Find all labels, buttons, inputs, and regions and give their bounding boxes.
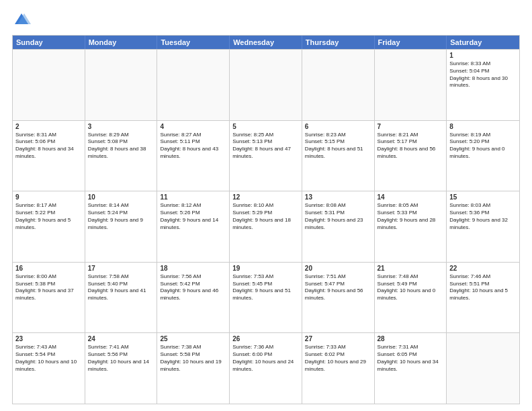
day-number: 4 — [160, 123, 226, 130]
calendar-cell-r3-c5: 21Sunrise: 7:48 AM Sunset: 5:49 PM Dayli… — [375, 263, 447, 333]
day-info: Sunrise: 7:38 AM Sunset: 5:58 PM Dayligh… — [160, 344, 226, 373]
page: SundayMondayTuesdayWednesdayThursdayFrid… — [0, 0, 532, 411]
header-day-wednesday: Wednesday — [230, 36, 302, 49]
day-number: 21 — [378, 265, 444, 272]
day-info: Sunrise: 7:31 AM Sunset: 6:05 PM Dayligh… — [378, 344, 444, 373]
calendar-row-1: 2Sunrise: 8:31 AM Sunset: 5:06 PM Daylig… — [13, 120, 519, 191]
calendar-row-3: 16Sunrise: 8:00 AM Sunset: 5:38 PM Dayli… — [13, 262, 519, 333]
logo-icon — [12, 11, 31, 30]
day-number: 11 — [160, 193, 226, 201]
calendar-cell-r1-c4: 6Sunrise: 8:23 AM Sunset: 5:15 PM Daylig… — [302, 121, 375, 191]
day-number: 18 — [160, 265, 226, 272]
day-info: Sunrise: 8:33 AM Sunset: 5:04 PM Dayligh… — [449, 60, 517, 89]
day-info: Sunrise: 8:10 AM Sunset: 5:29 PM Dayligh… — [232, 202, 299, 231]
calendar-header: SundayMondayTuesdayWednesdayThursdayFrid… — [13, 36, 519, 49]
header-day-monday: Monday — [85, 36, 158, 49]
calendar-cell-r3-c6: 22Sunrise: 7:46 AM Sunset: 5:51 PM Dayli… — [447, 263, 519, 333]
header — [12, 11, 520, 30]
day-info: Sunrise: 8:23 AM Sunset: 5:15 PM Dayligh… — [305, 132, 371, 161]
calendar-cell-r3-c2: 18Sunrise: 7:56 AM Sunset: 5:42 PM Dayli… — [157, 263, 230, 333]
day-info: Sunrise: 7:33 AM Sunset: 6:02 PM Dayligh… — [305, 344, 371, 373]
day-info: Sunrise: 8:00 AM Sunset: 5:38 PM Dayligh… — [15, 273, 82, 302]
calendar-cell-r4-c1: 24Sunrise: 7:41 AM Sunset: 5:56 PM Dayli… — [85, 333, 158, 404]
header-day-tuesday: Tuesday — [157, 36, 230, 49]
day-info: Sunrise: 7:36 AM Sunset: 6:00 PM Dayligh… — [232, 344, 299, 373]
day-number: 22 — [449, 265, 517, 272]
header-day-friday: Friday — [375, 36, 447, 49]
calendar-cell-r3-c1: 17Sunrise: 7:58 AM Sunset: 5:40 PM Dayli… — [85, 263, 158, 333]
calendar-cell-r0-c3 — [230, 50, 302, 120]
calendar-cell-r1-c6: 8Sunrise: 8:19 AM Sunset: 5:20 PM Daylig… — [447, 121, 519, 191]
day-info: Sunrise: 7:56 AM Sunset: 5:42 PM Dayligh… — [160, 273, 226, 302]
calendar-cell-r0-c1 — [85, 50, 158, 120]
day-number: 13 — [305, 193, 371, 201]
day-number: 3 — [88, 123, 154, 130]
day-info: Sunrise: 8:17 AM Sunset: 5:22 PM Dayligh… — [15, 202, 82, 231]
calendar-cell-r4-c6 — [447, 333, 519, 404]
calendar-cell-r4-c4: 27Sunrise: 7:33 AM Sunset: 6:02 PM Dayli… — [302, 333, 375, 404]
day-number: 9 — [15, 193, 82, 201]
calendar-cell-r2-c2: 11Sunrise: 8:12 AM Sunset: 5:26 PM Dayli… — [157, 191, 230, 262]
day-number: 23 — [15, 335, 82, 342]
calendar-cell-r1-c0: 2Sunrise: 8:31 AM Sunset: 5:06 PM Daylig… — [13, 121, 85, 191]
day-number: 8 — [449, 123, 517, 130]
day-number: 16 — [15, 265, 82, 272]
day-number: 1 — [449, 52, 517, 59]
day-number: 17 — [88, 265, 154, 272]
day-number: 10 — [88, 193, 154, 201]
day-number: 14 — [378, 193, 444, 201]
calendar-cell-r0-c2 — [157, 50, 230, 120]
day-info: Sunrise: 7:58 AM Sunset: 5:40 PM Dayligh… — [88, 273, 154, 302]
day-info: Sunrise: 8:05 AM Sunset: 5:33 PM Dayligh… — [378, 202, 444, 231]
day-number: 7 — [378, 123, 444, 130]
header-day-thursday: Thursday — [302, 36, 375, 49]
calendar-cell-r3-c4: 20Sunrise: 7:51 AM Sunset: 5:47 PM Dayli… — [302, 263, 375, 333]
day-info: Sunrise: 8:19 AM Sunset: 5:20 PM Dayligh… — [449, 132, 517, 161]
day-info: Sunrise: 8:03 AM Sunset: 5:36 PM Dayligh… — [449, 202, 517, 231]
calendar-row-2: 9Sunrise: 8:17 AM Sunset: 5:22 PM Daylig… — [13, 191, 519, 262]
calendar: SundayMondayTuesdayWednesdayThursdayFrid… — [12, 35, 520, 404]
day-number: 2 — [15, 123, 82, 130]
calendar-cell-r0-c0 — [13, 50, 85, 120]
calendar-cell-r2-c1: 10Sunrise: 8:14 AM Sunset: 5:24 PM Dayli… — [85, 191, 158, 262]
calendar-cell-r3-c3: 19Sunrise: 7:53 AM Sunset: 5:45 PM Dayli… — [230, 263, 302, 333]
calendar-cell-r0-c5 — [375, 50, 447, 120]
day-info: Sunrise: 7:51 AM Sunset: 5:47 PM Dayligh… — [305, 273, 371, 302]
calendar-row-0: 1Sunrise: 8:33 AM Sunset: 5:04 PM Daylig… — [13, 49, 519, 120]
day-number: 26 — [232, 335, 299, 342]
day-number: 25 — [160, 335, 226, 342]
day-info: Sunrise: 8:12 AM Sunset: 5:26 PM Dayligh… — [160, 202, 226, 231]
calendar-cell-r0-c6: 1Sunrise: 8:33 AM Sunset: 5:04 PM Daylig… — [447, 50, 519, 120]
day-info: Sunrise: 7:43 AM Sunset: 5:54 PM Dayligh… — [15, 344, 82, 373]
calendar-cell-r2-c4: 13Sunrise: 8:08 AM Sunset: 5:31 PM Dayli… — [302, 191, 375, 262]
day-number: 24 — [88, 335, 154, 342]
header-day-sunday: Sunday — [13, 36, 85, 49]
calendar-cell-r0-c4 — [302, 50, 375, 120]
calendar-cell-r1-c5: 7Sunrise: 8:21 AM Sunset: 5:17 PM Daylig… — [375, 121, 447, 191]
day-info: Sunrise: 7:46 AM Sunset: 5:51 PM Dayligh… — [449, 273, 517, 302]
day-info: Sunrise: 8:14 AM Sunset: 5:24 PM Dayligh… — [88, 202, 154, 231]
calendar-row-4: 23Sunrise: 7:43 AM Sunset: 5:54 PM Dayli… — [13, 332, 519, 404]
day-info: Sunrise: 8:29 AM Sunset: 5:08 PM Dayligh… — [88, 132, 154, 161]
calendar-cell-r2-c6: 15Sunrise: 8:03 AM Sunset: 5:36 PM Dayli… — [447, 191, 519, 262]
calendar-body: 1Sunrise: 8:33 AM Sunset: 5:04 PM Daylig… — [13, 49, 519, 404]
day-info: Sunrise: 8:27 AM Sunset: 5:11 PM Dayligh… — [160, 132, 226, 161]
logo — [12, 11, 34, 30]
day-info: Sunrise: 8:31 AM Sunset: 5:06 PM Dayligh… — [15, 132, 82, 161]
day-info: Sunrise: 7:48 AM Sunset: 5:49 PM Dayligh… — [378, 273, 444, 302]
calendar-cell-r1-c3: 5Sunrise: 8:25 AM Sunset: 5:13 PM Daylig… — [230, 121, 302, 191]
day-number: 20 — [305, 265, 371, 272]
day-number: 28 — [378, 335, 444, 342]
day-number: 5 — [232, 123, 299, 130]
header-day-saturday: Saturday — [447, 36, 519, 49]
day-info: Sunrise: 7:41 AM Sunset: 5:56 PM Dayligh… — [88, 344, 154, 373]
day-number: 27 — [305, 335, 371, 342]
day-number: 12 — [232, 193, 299, 201]
calendar-cell-r3-c0: 16Sunrise: 8:00 AM Sunset: 5:38 PM Dayli… — [13, 263, 85, 333]
day-number: 6 — [305, 123, 371, 130]
calendar-cell-r1-c2: 4Sunrise: 8:27 AM Sunset: 5:11 PM Daylig… — [157, 121, 230, 191]
day-info: Sunrise: 8:25 AM Sunset: 5:13 PM Dayligh… — [232, 132, 299, 161]
calendar-cell-r2-c5: 14Sunrise: 8:05 AM Sunset: 5:33 PM Dayli… — [375, 191, 447, 262]
calendar-cell-r4-c3: 26Sunrise: 7:36 AM Sunset: 6:00 PM Dayli… — [230, 333, 302, 404]
day-number: 15 — [449, 193, 517, 201]
